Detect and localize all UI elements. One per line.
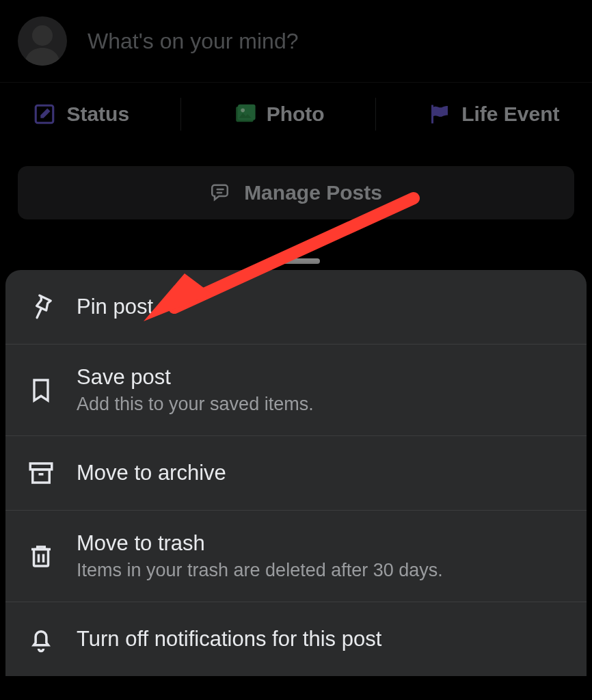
photo-button[interactable]: Photo <box>219 102 338 126</box>
menu-item-title: Turn off notifications for this post <box>77 627 381 651</box>
flag-icon <box>427 102 452 126</box>
svg-point-4 <box>241 109 245 113</box>
manage-posts-button[interactable]: Manage Posts <box>18 166 574 219</box>
avatar-silhouette-icon <box>18 16 67 66</box>
life-event-label: Life Event <box>461 103 559 126</box>
menu-item-subtitle: Add this to your saved items. <box>77 394 314 415</box>
manage-posts-label: Manage Posts <box>244 181 382 204</box>
menu-item-title: Move to archive <box>77 461 226 485</box>
menu-item-subtitle: Items in your trash are deleted after 30… <box>77 560 443 581</box>
post-options-sheet: Pin post Save post Add this to your save… <box>5 270 587 676</box>
menu-item-pin-post[interactable]: Pin post <box>5 270 587 345</box>
separator <box>180 98 181 131</box>
menu-item-turn-off-notifications[interactable]: Turn off notifications for this post <box>5 602 587 676</box>
archive-icon <box>25 457 57 489</box>
status-button[interactable]: Status <box>18 102 143 126</box>
pin-icon <box>25 291 57 323</box>
menu-item-title: Move to trash <box>77 531 443 556</box>
photo-icon <box>232 102 257 126</box>
avatar[interactable] <box>18 16 67 66</box>
separator <box>375 98 376 131</box>
manage-posts-wrap: Manage Posts <box>0 146 592 245</box>
background-dim-layer: What's on your mind? Status Pho <box>0 0 592 245</box>
svg-rect-10 <box>34 549 49 566</box>
speech-list-icon <box>210 181 233 204</box>
edit-icon <box>32 102 57 126</box>
sheet-grabber-wrap <box>0 258 592 264</box>
bell-icon <box>25 623 57 656</box>
trash-icon <box>25 540 57 573</box>
life-event-button[interactable]: Life Event <box>414 102 573 126</box>
status-label: Status <box>66 103 129 126</box>
svg-rect-6 <box>217 192 223 194</box>
menu-item-save-post[interactable]: Save post Add this to your saved items. <box>5 345 587 436</box>
svg-rect-5 <box>217 189 224 191</box>
composer-actions-row: Status Photo Life Event <box>0 83 592 146</box>
svg-rect-8 <box>33 470 50 483</box>
bookmark-icon <box>25 374 57 407</box>
composer-row[interactable]: What's on your mind? <box>0 0 592 83</box>
menu-item-move-to-archive[interactable]: Move to archive <box>5 436 587 511</box>
menu-item-title: Pin post <box>77 295 153 319</box>
sheet-grabber[interactable] <box>272 258 320 264</box>
composer-placeholder[interactable]: What's on your mind? <box>88 29 298 54</box>
menu-item-move-to-trash[interactable]: Move to trash Items in your trash are de… <box>5 511 587 602</box>
svg-point-0 <box>32 25 53 46</box>
menu-item-title: Save post <box>77 365 314 390</box>
photo-label: Photo <box>267 103 325 126</box>
